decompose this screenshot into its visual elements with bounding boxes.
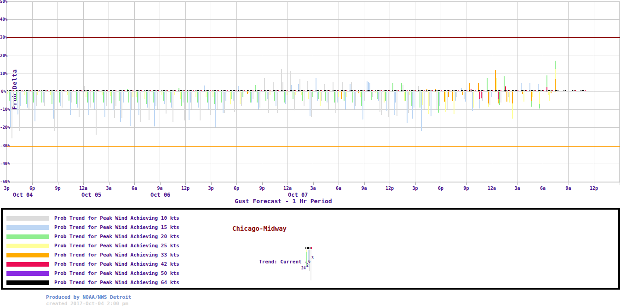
current-marker-dash [153,90,154,91]
x-axis-tick [134,182,135,185]
current-marker-dash [395,90,396,91]
current-marker-dash-42kts [355,90,356,91]
current-marker-dash [583,90,584,91]
prob-trend-bar-15kts [215,91,216,127]
prob-trend-bar-20kts [555,61,556,69]
prob-trend-bar-25kts [301,91,302,95]
current-marker-dash [505,90,506,91]
x-axis-tick [543,182,543,185]
current-marker-dash-42kts [295,90,296,91]
prob-trend-bar-10kts [54,91,55,131]
current-marker-dash [111,90,112,91]
current-marker-dash [469,90,470,91]
prob-trend-bar-10kts [437,91,437,109]
current-marker-dash [361,90,362,91]
current-marker-dash [123,90,124,91]
current-marker-dash-42kts [73,90,74,91]
prob-trend-bar-33kts [498,99,499,104]
current-marker-dash [84,90,85,91]
prob-trend-bar-25kts [422,91,423,105]
prob-trend-bar-15kts [198,91,199,108]
current-marker-dash-42kts [287,90,288,91]
y-tick-label: 20% [0,53,6,58]
current-marker-dash [191,90,192,91]
current-marker-dash [161,90,162,91]
current-marker-dash [34,90,35,91]
prob-trend-bar-10kts [294,91,295,110]
prob-trend-bar-15kts [183,91,184,103]
prob-trend-bar-20kts [344,91,345,101]
current-marker-dash [285,90,286,91]
prob-trend-bar-25kts [532,91,533,97]
x-axis-tick [236,182,237,185]
current-marker-dash [224,90,225,91]
current-marker-dash [178,90,179,91]
current-marker-dash [418,90,419,91]
current-marker-dash [189,90,190,91]
legend-row-50kts: Prob Trend for Peak Wind Achieving 50 kt… [6,271,282,276]
current-marker-dash-42kts [244,90,245,91]
current-marker-dash [147,90,148,91]
prob-trend-bar-20kts [531,101,532,107]
current-marker-dash [495,90,496,91]
current-marker-dash [316,90,316,91]
current-marker-dash [221,90,222,91]
current-marker-dash-42kts [312,90,313,91]
gridline-horizontal [6,164,620,164]
prob-trend-bar-15kts [94,91,95,109]
prob-trend-bar-25kts [37,91,38,95]
current-marker-dash [144,90,145,91]
prob-trend-bar-33kts [531,91,532,101]
prob-trend-bar-25kts [67,91,68,95]
prob-trend-bar-20kts [146,91,147,104]
prob-trend-bar-20kts [221,91,222,103]
current-marker-dash [264,90,265,91]
current-marker-dash-42kts [458,90,459,91]
current-marker-dash [128,90,129,91]
prob-trend-bar-25kts [248,91,249,93]
prob-trend-bar-20kts [438,91,439,113]
x-axis-tick [109,182,109,185]
x-tick-label: 3p [0,186,14,191]
legend-label: Prob Trend for Peak Wind Achieving 50 kt… [54,270,179,276]
current-marker-dash [371,90,372,91]
current-marker-dash [274,90,275,91]
legend-swatch-15kts [6,225,49,230]
current-marker-dash [87,90,88,91]
prob-trend-bar-33kts [495,70,496,91]
current-marker-dash [308,90,309,91]
current-marker-dash [362,90,363,91]
prob-trend-bar-20kts [312,91,313,97]
prob-trend-bar-10kts [106,91,107,106]
y-tick-label: 40% [0,17,6,22]
prob-trend-bar-10kts [200,91,201,120]
prob-trend-bar-20kts [257,91,258,103]
current-marker-dash-42kts [304,90,305,91]
prob-trend-bar-25kts [50,91,51,95]
current-marker-dash [516,90,517,91]
x-axis-tick [441,182,441,185]
x-date-label: Oct 04 [13,192,33,198]
current-marker-dash [119,90,120,91]
current-marker-dash [265,90,266,91]
x-axis-tick [594,182,594,185]
current-marker-dash [62,90,63,91]
prob-trend-bar-15kts [354,91,355,109]
y-tick-label: -40% [0,161,6,166]
prob-trend-bar-10kts [140,91,141,122]
prob-trend-bar-10kts [464,91,465,99]
current-marker-dash [368,90,369,91]
prob-trend-bar-20kts [318,91,319,99]
current-marker-dash [180,90,181,91]
current-marker-dash-42kts [552,90,553,91]
current-marker-dash-42kts [150,90,151,91]
prob-trend-bar-25kts [7,91,8,94]
current-marker-dash [120,90,121,91]
prob-trend-bar-10kts [184,91,185,120]
current-marker-dash [131,90,132,91]
current-marker-dash [121,90,122,91]
prob-trend-bar-20kts [59,91,60,103]
legend-label: Prob Trend for Peak Wind Achieving 25 kt… [54,243,179,249]
prob-trend-bar-10kts [277,91,278,113]
prob-trend-bar-25kts [320,91,321,106]
